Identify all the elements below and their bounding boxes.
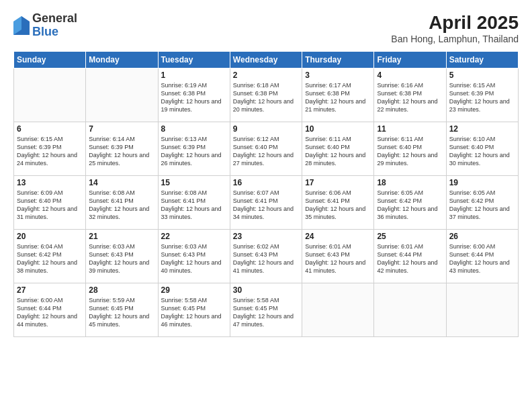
day-number: 11 xyxy=(377,124,443,134)
day-info: Sunrise: 6:05 AM Sunset: 6:42 PM Dayligh… xyxy=(377,189,443,222)
day-number: 13 xyxy=(17,178,83,187)
logo: General Blue xyxy=(13,12,77,39)
calendar-cell: 16Sunrise: 6:07 AM Sunset: 6:41 PM Dayli… xyxy=(230,176,302,230)
day-number: 4 xyxy=(377,71,443,80)
day-number: 19 xyxy=(449,178,515,187)
calendar: Sunday Monday Tuesday Wednesday Thursday… xyxy=(13,51,519,337)
day-info: Sunrise: 6:16 AM Sunset: 6:38 PM Dayligh… xyxy=(377,81,443,114)
calendar-cell: 10Sunrise: 6:11 AM Sunset: 6:40 PM Dayli… xyxy=(302,122,374,176)
col-sunday: Sunday xyxy=(14,52,86,68)
day-number: 20 xyxy=(17,232,83,241)
col-tuesday: Tuesday xyxy=(158,52,230,68)
page: General Blue April 2025 Ban Hong, Lamphu… xyxy=(0,0,532,411)
day-info: Sunrise: 6:03 AM Sunset: 6:43 PM Dayligh… xyxy=(161,242,227,275)
day-info: Sunrise: 6:15 AM Sunset: 6:39 PM Dayligh… xyxy=(17,135,83,168)
day-number: 28 xyxy=(89,285,154,295)
day-info: Sunrise: 6:01 AM Sunset: 6:44 PM Dayligh… xyxy=(377,242,443,275)
day-info: Sunrise: 6:01 AM Sunset: 6:43 PM Dayligh… xyxy=(305,242,371,275)
calendar-week-1: 6Sunrise: 6:15 AM Sunset: 6:39 PM Daylig… xyxy=(14,122,519,176)
day-number: 25 xyxy=(377,232,443,241)
day-info: Sunrise: 6:12 AM Sunset: 6:40 PM Dayligh… xyxy=(233,135,299,168)
day-number: 14 xyxy=(89,178,154,187)
day-number: 29 xyxy=(161,285,227,295)
calendar-cell: 20Sunrise: 6:04 AM Sunset: 6:42 PM Dayli… xyxy=(14,230,86,283)
day-info: Sunrise: 5:58 AM Sunset: 6:45 PM Dayligh… xyxy=(161,296,227,329)
calendar-cell: 8Sunrise: 6:13 AM Sunset: 6:39 PM Daylig… xyxy=(158,122,230,176)
day-info: Sunrise: 6:02 AM Sunset: 6:43 PM Dayligh… xyxy=(233,242,299,275)
day-number: 22 xyxy=(161,232,227,241)
day-number: 30 xyxy=(233,285,299,295)
calendar-week-3: 20Sunrise: 6:04 AM Sunset: 6:42 PM Dayli… xyxy=(14,230,519,283)
day-number: 21 xyxy=(89,232,154,241)
calendar-cell: 27Sunrise: 6:00 AM Sunset: 6:44 PM Dayli… xyxy=(14,283,86,337)
calendar-cell: 13Sunrise: 6:09 AM Sunset: 6:40 PM Dayli… xyxy=(14,176,86,230)
calendar-cell: 17Sunrise: 6:06 AM Sunset: 6:41 PM Dayli… xyxy=(302,176,374,230)
col-thursday: Thursday xyxy=(302,52,374,68)
col-wednesday: Wednesday xyxy=(230,52,302,68)
day-number: 24 xyxy=(305,232,371,241)
logo-text: General Blue xyxy=(32,12,77,39)
day-info: Sunrise: 6:06 AM Sunset: 6:41 PM Dayligh… xyxy=(305,189,371,222)
day-number: 10 xyxy=(305,124,371,134)
day-info: Sunrise: 6:11 AM Sunset: 6:40 PM Dayligh… xyxy=(377,135,443,168)
day-info: Sunrise: 6:11 AM Sunset: 6:40 PM Dayligh… xyxy=(305,135,371,168)
col-monday: Monday xyxy=(86,52,158,68)
day-info: Sunrise: 6:05 AM Sunset: 6:42 PM Dayligh… xyxy=(449,189,515,222)
header: General Blue April 2025 Ban Hong, Lamphu… xyxy=(13,12,519,44)
day-info: Sunrise: 6:08 AM Sunset: 6:41 PM Dayligh… xyxy=(161,189,227,222)
calendar-cell: 29Sunrise: 5:58 AM Sunset: 6:45 PM Dayli… xyxy=(158,283,230,337)
calendar-cell xyxy=(86,68,158,122)
day-info: Sunrise: 6:15 AM Sunset: 6:39 PM Dayligh… xyxy=(449,81,515,114)
day-number: 1 xyxy=(161,71,227,80)
day-info: Sunrise: 6:03 AM Sunset: 6:43 PM Dayligh… xyxy=(89,242,154,275)
day-number: 12 xyxy=(449,124,515,134)
day-number: 27 xyxy=(17,285,83,295)
calendar-cell: 5Sunrise: 6:15 AM Sunset: 6:39 PM Daylig… xyxy=(446,68,518,122)
calendar-cell: 26Sunrise: 6:00 AM Sunset: 6:44 PM Dayli… xyxy=(446,230,518,283)
day-info: Sunrise: 6:19 AM Sunset: 6:38 PM Dayligh… xyxy=(161,81,227,114)
calendar-cell: 14Sunrise: 6:08 AM Sunset: 6:41 PM Dayli… xyxy=(86,176,158,230)
calendar-cell: 4Sunrise: 6:16 AM Sunset: 6:38 PM Daylig… xyxy=(374,68,446,122)
calendar-cell: 25Sunrise: 6:01 AM Sunset: 6:44 PM Dayli… xyxy=(374,230,446,283)
day-number: 5 xyxy=(449,71,515,80)
calendar-cell: 2Sunrise: 6:18 AM Sunset: 6:38 PM Daylig… xyxy=(230,68,302,122)
day-number: 8 xyxy=(161,124,227,134)
calendar-cell: 6Sunrise: 6:15 AM Sunset: 6:39 PM Daylig… xyxy=(14,122,86,176)
calendar-header-row: Sunday Monday Tuesday Wednesday Thursday… xyxy=(14,52,519,68)
day-info: Sunrise: 6:09 AM Sunset: 6:40 PM Dayligh… xyxy=(17,189,83,222)
calendar-cell: 28Sunrise: 5:59 AM Sunset: 6:45 PM Dayli… xyxy=(86,283,158,337)
day-info: Sunrise: 6:04 AM Sunset: 6:42 PM Dayligh… xyxy=(17,242,83,275)
subtitle: Ban Hong, Lamphun, Thailand xyxy=(391,34,519,44)
calendar-cell: 21Sunrise: 6:03 AM Sunset: 6:43 PM Dayli… xyxy=(86,230,158,283)
calendar-cell: 9Sunrise: 6:12 AM Sunset: 6:40 PM Daylig… xyxy=(230,122,302,176)
calendar-cell: 3Sunrise: 6:17 AM Sunset: 6:38 PM Daylig… xyxy=(302,68,374,122)
day-number: 9 xyxy=(233,124,299,134)
title-block: April 2025 Ban Hong, Lamphun, Thailand xyxy=(391,12,519,44)
day-number: 2 xyxy=(233,71,299,80)
day-number: 16 xyxy=(233,178,299,187)
calendar-cell: 30Sunrise: 5:58 AM Sunset: 6:45 PM Dayli… xyxy=(230,283,302,337)
day-number: 6 xyxy=(17,124,83,134)
day-info: Sunrise: 6:07 AM Sunset: 6:41 PM Dayligh… xyxy=(233,189,299,222)
col-friday: Friday xyxy=(374,52,446,68)
calendar-cell: 11Sunrise: 6:11 AM Sunset: 6:40 PM Dayli… xyxy=(374,122,446,176)
day-info: Sunrise: 6:18 AM Sunset: 6:38 PM Dayligh… xyxy=(233,81,299,114)
logo-blue: Blue xyxy=(32,26,77,39)
calendar-week-4: 27Sunrise: 6:00 AM Sunset: 6:44 PM Dayli… xyxy=(14,283,519,337)
calendar-cell: 22Sunrise: 6:03 AM Sunset: 6:43 PM Dayli… xyxy=(158,230,230,283)
calendar-cell xyxy=(302,283,374,337)
day-info: Sunrise: 6:10 AM Sunset: 6:40 PM Dayligh… xyxy=(449,135,515,168)
day-info: Sunrise: 6:13 AM Sunset: 6:39 PM Dayligh… xyxy=(161,135,227,168)
day-info: Sunrise: 6:14 AM Sunset: 6:39 PM Dayligh… xyxy=(89,135,154,168)
calendar-week-0: 1Sunrise: 6:19 AM Sunset: 6:38 PM Daylig… xyxy=(14,68,519,122)
calendar-cell: 7Sunrise: 6:14 AM Sunset: 6:39 PM Daylig… xyxy=(86,122,158,176)
calendar-cell: 19Sunrise: 6:05 AM Sunset: 6:42 PM Dayli… xyxy=(446,176,518,230)
calendar-cell xyxy=(14,68,86,122)
calendar-cell: 18Sunrise: 6:05 AM Sunset: 6:42 PM Dayli… xyxy=(374,176,446,230)
main-title: April 2025 xyxy=(391,12,519,34)
calendar-cell: 23Sunrise: 6:02 AM Sunset: 6:43 PM Dayli… xyxy=(230,230,302,283)
calendar-cell: 24Sunrise: 6:01 AM Sunset: 6:43 PM Dayli… xyxy=(302,230,374,283)
calendar-cell xyxy=(374,283,446,337)
day-number: 3 xyxy=(305,71,371,80)
day-info: Sunrise: 6:17 AM Sunset: 6:38 PM Dayligh… xyxy=(305,81,371,114)
